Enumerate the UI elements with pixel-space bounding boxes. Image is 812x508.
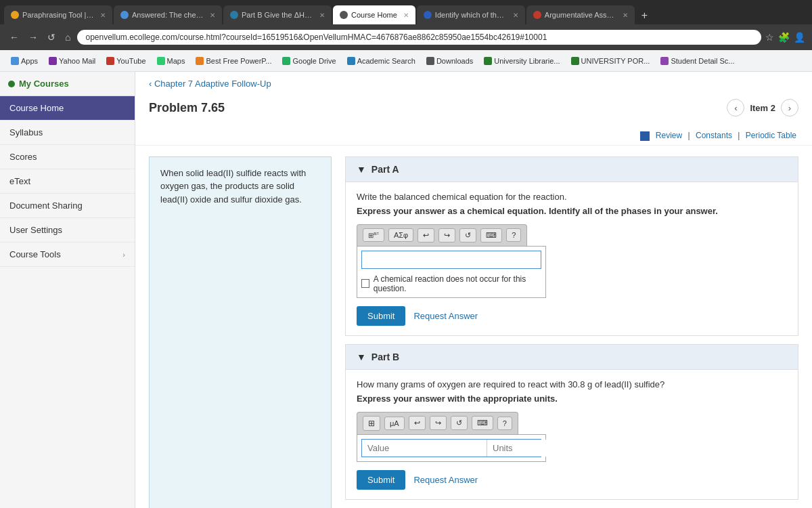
tab-icon — [424, 11, 432, 19]
sidebar-label-etext: eText — [9, 176, 30, 186]
part-b-request-answer-link[interactable]: Request Answer — [413, 475, 478, 485]
bm-university-lib[interactable]: University Librarie... — [480, 56, 564, 66]
bookmark-star-icon[interactable]: ☆ — [765, 32, 774, 43]
tab-icon — [120, 11, 129, 19]
separator1: | — [688, 131, 690, 140]
item-next-button[interactable]: › — [781, 99, 798, 117]
tab-close-icon[interactable]: ✕ — [100, 12, 106, 19]
toolbar-reset-b-button[interactable]: ↺ — [451, 416, 468, 430]
bm-label: Best Free PowerP... — [206, 57, 271, 65]
breadcrumb[interactable]: ‹ Chapter 7 Adaptive Follow-Up — [135, 72, 812, 96]
tab-partb[interactable]: Part B Give the ΔH value for... ✕ — [223, 5, 332, 24]
toolbar-undo-button[interactable]: ↩ — [418, 228, 434, 242]
no-reaction-label: A chemical reaction does not occur for t… — [374, 274, 541, 293]
review-icon — [640, 131, 650, 141]
bm-label: Yahoo Mail — [59, 57, 95, 65]
tab-close-icon[interactable]: ✕ — [513, 12, 518, 19]
bm-student-detail[interactable]: Student Detail Sc... — [656, 56, 738, 66]
bm-maps[interactable]: Maps — [153, 56, 189, 66]
tab-close-icon[interactable]: ✕ — [319, 12, 325, 19]
downloads-icon — [426, 57, 434, 65]
toolbar-matrix-button[interactable]: ⊞a= — [363, 228, 384, 242]
bm-downloads[interactable]: Downloads — [422, 56, 477, 66]
part-a-section: ▼ Part A Write the balanced chemical equ… — [345, 156, 798, 336]
problem-info-row: When solid lead(II) sulfide reacts with … — [135, 146, 812, 508]
toolbar-redo-b-button[interactable]: ↪ — [430, 416, 447, 430]
tab-title: Answered: The chemical rea... — [132, 11, 204, 19]
sidebar-item-etext[interactable]: eText — [0, 169, 135, 194]
toolbar-help-b-button[interactable]: ? — [497, 417, 512, 430]
tab-title: Course Home — [351, 11, 397, 19]
no-reaction-checkbox[interactable] — [361, 279, 369, 288]
sidebar-item-document-sharing[interactable]: Document Sharing — [0, 194, 135, 218]
bm-yahoo[interactable]: Yahoo Mail — [45, 56, 99, 66]
tab-paraphrasing[interactable]: Paraphrasing Tool | QuillBot ✕ — [4, 5, 112, 24]
toolbar-redo-button[interactable]: ↪ — [438, 228, 455, 242]
bm-powerpoint[interactable]: Best Free PowerP... — [191, 56, 275, 66]
tab-close-icon[interactable]: ✕ — [210, 12, 215, 19]
review-link[interactable]: Review — [656, 131, 682, 140]
part-b-toolbar: ⊞ μA ↩ ↪ ↺ ⌨ ? — [357, 412, 518, 434]
sidebar-item-course-home[interactable]: Course Home — [0, 96, 135, 121]
address-input[interactable] — [77, 30, 761, 45]
part-b-arrow-icon: ▼ — [357, 352, 366, 362]
constants-link[interactable]: Constants — [696, 131, 732, 140]
sidebar-item-my-courses[interactable]: My Courses — [0, 72, 135, 96]
forward-button[interactable]: → — [26, 30, 41, 44]
part-a-equation-input[interactable] — [361, 251, 541, 269]
toolbar-help-button[interactable]: ? — [506, 228, 521, 242]
periodic-table-link[interactable]: Periodic Table — [746, 131, 796, 140]
extension-icon[interactable]: 🧩 — [778, 32, 790, 43]
part-b-question: How many grams of oxygen are required to… — [357, 379, 787, 389]
separator2: | — [738, 131, 740, 140]
part-a-instruction: Express your answer as a chemical equati… — [357, 206, 787, 216]
toolbar-asigma-button[interactable]: AΣφ — [388, 228, 413, 242]
part-b-submit-button[interactable]: Submit — [357, 470, 405, 490]
bm-academic-search[interactable]: Academic Search — [343, 56, 420, 66]
back-button[interactable]: ← — [7, 30, 22, 44]
item-prev-button[interactable]: ‹ — [727, 99, 744, 117]
sidebar: My Courses Course Home Syllabus Scores e… — [0, 72, 135, 508]
toolbar-reset-button[interactable]: ↺ — [459, 228, 476, 242]
course-tools-arrow-icon: › — [122, 251, 125, 259]
tab-argumentative[interactable]: Argumentative Assessment ✕ — [526, 5, 635, 24]
home-button[interactable]: ⌂ — [62, 30, 73, 44]
youtube-icon — [106, 57, 114, 65]
tab-close-icon[interactable]: ✕ — [623, 12, 628, 19]
toolbar-mu-button[interactable]: μA — [384, 417, 405, 430]
tab-title: Argumentative Assessment — [545, 11, 616, 19]
toolbar-undo-b-button[interactable]: ↩ — [409, 416, 426, 430]
univ-lib-icon — [484, 57, 492, 65]
part-b-label: Part B — [371, 352, 399, 362]
sidebar-item-course-tools[interactable]: Course Tools › — [0, 242, 135, 267]
tab-close-icon[interactable]: ✕ — [403, 12, 409, 19]
toolbar-keyboard-button[interactable]: ⌨ — [480, 228, 502, 242]
toolbar-keyboard-b-button[interactable]: ⌨ — [472, 416, 493, 430]
part-a-request-answer-link[interactable]: Request Answer — [413, 311, 478, 321]
bm-youtube[interactable]: YouTube — [102, 56, 150, 66]
problem-title: Problem 7.65 — [149, 101, 225, 115]
part-b-units-input[interactable] — [487, 440, 547, 457]
bm-google-drive[interactable]: Google Drive — [278, 56, 340, 66]
sidebar-label-course-tools: Course Tools — [9, 249, 61, 259]
tab-identify[interactable]: Identify which of the followi... ✕ — [417, 5, 525, 24]
sidebar-item-user-settings[interactable]: User Settings — [0, 218, 135, 242]
toolbar-grid-button[interactable]: ⊞ — [363, 416, 380, 431]
reload-button[interactable]: ↺ — [45, 30, 58, 44]
part-b-value-input[interactable] — [362, 440, 487, 457]
bm-apps[interactable]: Apps — [7, 56, 42, 66]
tab-answered[interactable]: Answered: The chemical rea... ✕ — [114, 5, 222, 24]
tab-course-home[interactable]: Course Home ✕ — [333, 5, 415, 24]
part-b-header[interactable]: ▼ Part B — [346, 345, 798, 370]
bm-university-portal[interactable]: UNIVERSITY POR... — [567, 56, 654, 66]
part-b-answer-area — [357, 434, 546, 462]
apps-icon — [11, 57, 19, 65]
new-tab-button[interactable]: + — [636, 7, 653, 24]
part-a-submit-button[interactable]: Submit — [357, 306, 405, 326]
sidebar-item-scores[interactable]: Scores — [0, 145, 135, 169]
parts-container: ▼ Part A Write the balanced chemical equ… — [345, 156, 798, 508]
profile-icon[interactable]: 👤 — [794, 32, 805, 43]
part-b-instruction: Express your answer with the appropriate… — [357, 394, 787, 404]
part-a-header[interactable]: ▼ Part A — [346, 157, 798, 182]
sidebar-item-syllabus[interactable]: Syllabus — [0, 121, 135, 145]
